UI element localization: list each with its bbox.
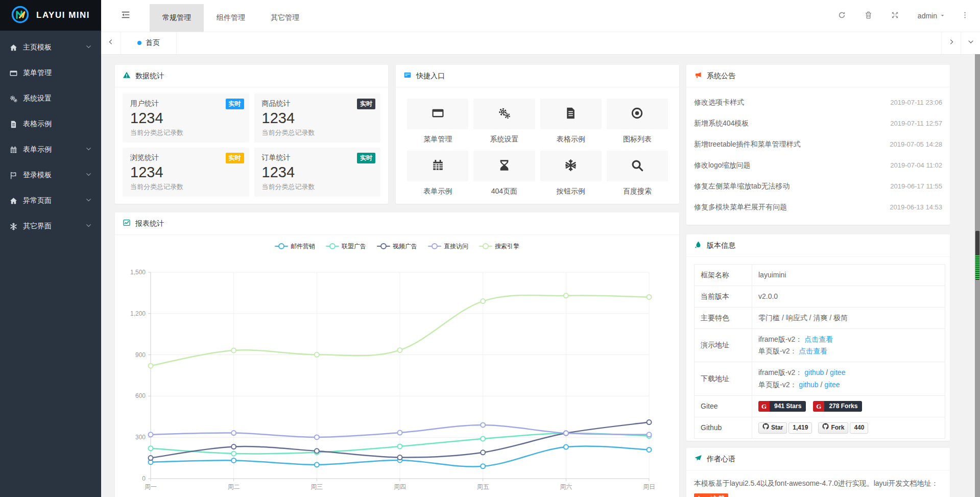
legend-item-4[interactable]: 搜索引擎 bbox=[479, 242, 519, 251]
version-value: 零门槛 / 响应式 / 清爽 / 极简 bbox=[758, 314, 848, 322]
gitee-logo-icon: G bbox=[813, 401, 824, 412]
legend-marker-icon bbox=[377, 243, 390, 249]
announcement-date: 2019-06-13 14:53 bbox=[890, 203, 942, 211]
legend-label: 直接访问 bbox=[444, 242, 468, 251]
github-badge-count: 1,419 bbox=[788, 422, 812, 434]
tab-scroll-right-button[interactable] bbox=[941, 32, 961, 54]
module-tab-1[interactable]: 组件管理 bbox=[204, 4, 258, 32]
chevron-down-icon bbox=[85, 171, 92, 179]
quick-entry-1[interactable]: 系统设置 bbox=[473, 99, 535, 144]
quick-entry-label: 按钮示例 bbox=[540, 187, 602, 196]
tab-bar: 首页 bbox=[101, 32, 980, 55]
home-icon bbox=[9, 197, 18, 205]
svg-text:300: 300 bbox=[135, 434, 146, 441]
top-header: 常规管理组件管理其它管理 admin bbox=[101, 0, 980, 32]
card-version-header: 版本信息 bbox=[686, 234, 950, 257]
quick-entry-2[interactable]: 表格示例 bbox=[540, 99, 602, 144]
module-tab-2[interactable]: 其它管理 bbox=[258, 4, 312, 32]
sidebar-item-label: 系统设置 bbox=[23, 94, 52, 103]
tab-operations-button[interactable] bbox=[961, 32, 980, 54]
legend-item-2[interactable]: 视频广告 bbox=[377, 242, 417, 251]
link-prefix: iframe版-v2： bbox=[758, 335, 802, 343]
version-link[interactable]: github bbox=[799, 381, 818, 389]
quick-entry-icon-box bbox=[407, 99, 468, 129]
line-chart-icon bbox=[123, 219, 131, 228]
announcement-text: 修复左侧菜单缩放tab无法移动 bbox=[694, 182, 790, 191]
card-announcements-header: 系统公告 bbox=[686, 65, 950, 87]
refresh-button[interactable] bbox=[829, 0, 855, 32]
quick-entry-5[interactable]: 404页面 bbox=[473, 151, 535, 196]
version-link[interactable]: gitee bbox=[830, 368, 845, 376]
quick-entry-0[interactable]: 菜单管理 bbox=[407, 99, 468, 144]
gitee-badge-1[interactable]: G278 Forks bbox=[813, 401, 862, 412]
status-badge: 实时 bbox=[226, 99, 244, 109]
search-icon bbox=[630, 158, 644, 174]
quick-entry-6[interactable]: 按钮示例 bbox=[540, 151, 602, 196]
stat-desc: 当前分类总记录数 bbox=[130, 128, 242, 137]
link-prefix: iframe版-v2： bbox=[758, 368, 802, 376]
card-title: 数据统计 bbox=[135, 72, 164, 81]
chevron-down-icon bbox=[967, 38, 974, 48]
quick-entry-3[interactable]: 图标列表 bbox=[607, 99, 668, 144]
version-row-5: GiteeG941 StarsG278 Forks bbox=[695, 395, 945, 417]
version-link[interactable]: 点击查看 bbox=[799, 347, 827, 355]
stat-box-2: 浏览统计1234当前分类总记录数实时 bbox=[123, 148, 249, 197]
clear-cache-button[interactable] bbox=[855, 0, 882, 32]
quick-entry-label: 表格示例 bbox=[540, 135, 602, 144]
layui-doc-badge[interactable]: layui文档 bbox=[694, 493, 728, 497]
quick-entry-4[interactable]: 表单示例 bbox=[407, 151, 468, 196]
paper-plane-icon bbox=[694, 454, 702, 464]
version-link[interactable]: gitee bbox=[824, 381, 840, 389]
version-link[interactable]: github bbox=[804, 368, 824, 376]
card-title: 作者心语 bbox=[707, 455, 735, 464]
announcement-item-0: 修改选项卡样式2019-07-11 23:06 bbox=[686, 92, 950, 113]
version-link[interactable]: 点击查看 bbox=[804, 335, 833, 343]
user-dropdown[interactable]: admin bbox=[909, 0, 954, 32]
github-badge-1[interactable]: Fork440 bbox=[818, 422, 868, 434]
svg-text:0: 0 bbox=[142, 475, 146, 482]
collapse-sidebar-button[interactable] bbox=[101, 0, 150, 32]
card-quick-entry: 快捷入口 菜单管理系统设置表格示例图标列表表单示例404页面按钮示例百度搜索 bbox=[396, 65, 679, 204]
sidebar-item-5[interactable]: 登录模板 bbox=[0, 162, 101, 188]
sidebar-item-6[interactable]: 异常页面 bbox=[0, 188, 101, 214]
legend-item-0[interactable]: 邮件营销 bbox=[275, 242, 315, 251]
legend-item-3[interactable]: 直接访问 bbox=[428, 242, 468, 251]
sidebar-item-0[interactable]: 主页模板 bbox=[0, 35, 101, 60]
quick-entry-icon-box bbox=[540, 99, 602, 129]
sidebar-item-1[interactable]: 菜单管理 bbox=[0, 60, 101, 86]
quick-entry-7[interactable]: 百度搜索 bbox=[607, 151, 668, 196]
chevron-down-icon bbox=[85, 43, 92, 52]
svg-text:周四: 周四 bbox=[394, 483, 406, 490]
stat-label: 浏览统计 bbox=[130, 153, 242, 162]
module-tab-label: 其它管理 bbox=[271, 13, 299, 22]
vertical-dots-icon bbox=[961, 11, 969, 21]
flag-icon bbox=[9, 171, 18, 180]
tab-home[interactable]: 首页 bbox=[121, 32, 177, 54]
module-tab-label: 常规管理 bbox=[162, 13, 191, 22]
version-row-4: 下载地址iframe版-v2： github / gitee单页版-v2： gi… bbox=[695, 362, 945, 395]
main-content: 数据统计 用户统计1234当前分类总记录数实时商品统计1234当前分类总记录数实… bbox=[101, 54, 980, 497]
sidebar-item-2[interactable]: 系统设置 bbox=[0, 86, 101, 111]
collapse-menu-icon bbox=[121, 10, 131, 22]
svg-text:1,500: 1,500 bbox=[130, 269, 146, 276]
fullscreen-button[interactable] bbox=[882, 0, 909, 32]
sidebar-item-7[interactable]: 其它界面 bbox=[0, 214, 101, 239]
stat-box-0: 用户统计1234当前分类总记录数实时 bbox=[123, 93, 249, 143]
module-tab-0[interactable]: 常规管理 bbox=[150, 4, 204, 32]
scrollbar-thumb[interactable] bbox=[975, 231, 979, 280]
chevron-left-icon bbox=[107, 38, 114, 48]
sidebar-item-3[interactable]: 表格示例 bbox=[0, 111, 101, 137]
github-badge-0[interactable]: Star1,419 bbox=[758, 422, 812, 434]
gitee-badge-0[interactable]: G941 Stars bbox=[758, 401, 806, 412]
more-options-button[interactable] bbox=[954, 0, 975, 32]
card-report-chart: 报表统计 邮件营销联盟广告视频广告直接访问搜索引擎 03006009001,20… bbox=[115, 212, 679, 497]
legend-marker-icon bbox=[326, 243, 339, 249]
logo[interactable]: LAYUI MINI bbox=[0, 0, 101, 31]
author-body: 本模板基于layui2.5.4以及font-awesome-4.7.0进行实现。… bbox=[686, 470, 950, 497]
tab-scroll-left-button[interactable] bbox=[101, 32, 121, 54]
page-scrollbar[interactable] bbox=[975, 54, 980, 497]
sidebar-item-4[interactable]: 表单示例 bbox=[0, 137, 101, 162]
card-data-stats-header: 数据统计 bbox=[115, 65, 388, 87]
legend-item-1[interactable]: 联盟广告 bbox=[326, 242, 366, 251]
gitee-badge-label: 278 Forks bbox=[824, 401, 862, 412]
